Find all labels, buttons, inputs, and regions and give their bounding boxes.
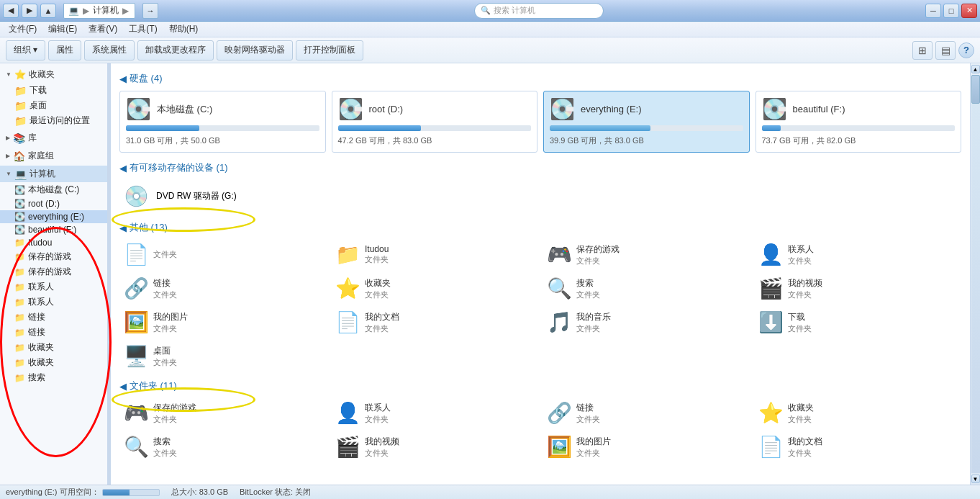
other-my-videos[interactable]: 🎬 我的视频 文件夹 bbox=[754, 274, 961, 303]
folder-search[interactable]: 🔍 搜索 文件夹 bbox=[119, 432, 327, 462]
help-button[interactable]: ? bbox=[958, 42, 974, 58]
other-blank[interactable]: 📄 文件夹 bbox=[119, 240, 327, 269]
favorites-name: 收藏夹 bbox=[365, 277, 391, 289]
properties-button[interactable]: 属性 bbox=[48, 40, 81, 60]
scroll-down-btn[interactable]: ▼ bbox=[971, 475, 980, 483]
sidebar-item-links1[interactable]: 📁 链接 bbox=[0, 310, 107, 325]
organize-button[interactable]: 组织 ▾ bbox=[6, 40, 45, 60]
sidebar-item-download[interactable]: 📁 下载 bbox=[0, 83, 107, 98]
sidebar-item-search[interactable]: 📁 搜索 bbox=[0, 370, 107, 385]
download-label: 下载 bbox=[30, 84, 47, 96]
ffavorites-type: 文件夹 bbox=[788, 414, 814, 425]
scroll-thumb[interactable] bbox=[971, 75, 980, 104]
search-box[interactable]: 🔍 搜索 计算机 bbox=[474, 3, 604, 19]
menu-file[interactable]: 文件(F) bbox=[3, 22, 42, 37]
folder-saved-games[interactable]: 🎮 保存的游戏 文件夹 bbox=[119, 398, 327, 428]
other-my-documents[interactable]: 📄 我的文档 文件夹 bbox=[331, 307, 538, 337]
sidebar-group-favorites[interactable]: ▼ ⭐ 收藏夹 bbox=[0, 66, 107, 83]
saved-games1-icon: 📁 bbox=[14, 252, 25, 262]
removable-header[interactable]: ◀ 有可移动存储的设备 (1) bbox=[119, 161, 961, 174]
folder-section-header[interactable]: ◀ 文件夹 (11) bbox=[119, 379, 961, 392]
contacts-info: 联系人 文件夹 bbox=[788, 243, 814, 266]
disk-e-name: everything (E:) bbox=[581, 104, 642, 114]
favorites-type: 文件夹 bbox=[365, 289, 391, 300]
scroll-up-btn[interactable]: ▲ bbox=[971, 65, 980, 73]
sidebar-item-links2[interactable]: 📁 链接 bbox=[0, 325, 107, 340]
folder-contacts[interactable]: 👤 联系人 文件夹 bbox=[331, 398, 538, 428]
sidebar-item-e[interactable]: 💽 everything (E:) bbox=[0, 210, 107, 223]
links1-label: 链接 bbox=[28, 311, 45, 323]
folder-favorites[interactable]: ⭐ 收藏夹 文件夹 bbox=[754, 398, 961, 428]
sidebar-item-itudou[interactable]: 📁 Itudou bbox=[0, 236, 107, 249]
dvd-section: 💿 DVD RW 驱动器 (G:) bbox=[119, 180, 961, 212]
view-btn-2[interactable]: ▤ bbox=[935, 41, 956, 60]
up-button[interactable]: ▲ bbox=[40, 4, 56, 18]
sidebar-item-c[interactable]: 💽 本地磁盘 (C:) bbox=[0, 182, 107, 197]
disk-f[interactable]: 💽 beautiful (F:) 73.7 GB 可用，共 82.0 GB bbox=[756, 91, 962, 153]
other-my-music[interactable]: 🎵 我的音乐 文件夹 bbox=[543, 307, 750, 337]
back-button[interactable]: ◀ bbox=[3, 4, 19, 18]
other-saved-games[interactable]: 🎮 保存的游戏 文件夹 bbox=[543, 240, 750, 269]
control-panel-button[interactable]: 打开控制面板 bbox=[296, 40, 363, 60]
sidebar-item-saved-games1[interactable]: 📁 保存的游戏 bbox=[0, 249, 107, 264]
status-bitlocker-label: BitLocker 状态: 关闭 bbox=[240, 487, 311, 498]
favorites-label: 收藏夹 bbox=[29, 68, 55, 81]
hard-disk-header[interactable]: ◀ 硬盘 (4) bbox=[119, 72, 961, 85]
fmy-videos-type: 文件夹 bbox=[365, 448, 399, 459]
maximize-button[interactable]: □ bbox=[943, 4, 959, 18]
folder-my-pictures[interactable]: 🖼️ 我的图片 文件夹 bbox=[543, 432, 750, 462]
other-my-pictures[interactable]: 🖼️ 我的图片 文件夹 bbox=[119, 307, 327, 337]
sidebar-item-favorites1[interactable]: 📁 收藏夹 bbox=[0, 340, 107, 355]
other-desktop[interactable]: 🖥️ 桌面 文件夹 bbox=[119, 341, 327, 371]
sidebar-group-computer[interactable]: ▼ 💻 计算机 bbox=[0, 166, 107, 182]
folder-links[interactable]: 🔗 链接 文件夹 bbox=[543, 398, 750, 428]
other-links[interactable]: 🔗 链接 文件夹 bbox=[119, 274, 327, 303]
disk-c[interactable]: 💽 本地磁盘 (C:) 31.0 GB 可用，共 50.0 GB bbox=[119, 91, 326, 153]
desktop-info: 桌面 文件夹 bbox=[153, 345, 177, 368]
other-search[interactable]: 🔍 搜索 文件夹 bbox=[543, 274, 750, 303]
sidebar-item-favorites2[interactable]: 📁 收藏夹 bbox=[0, 355, 107, 370]
forward-button[interactable]: ▶ bbox=[22, 4, 37, 18]
right-scrollbar[interactable]: ▲ ▼ bbox=[970, 63, 980, 485]
sidebar-item-saved-games2[interactable]: 📁 保存的游戏 bbox=[0, 264, 107, 279]
fsearch-info: 搜索 文件夹 bbox=[153, 436, 177, 459]
other-contacts[interactable]: 👤 联系人 文件夹 bbox=[754, 240, 961, 269]
system-properties-button[interactable]: 系统属性 bbox=[84, 40, 135, 60]
dvd-name: DVD RW 驱动器 (G:) bbox=[156, 190, 237, 202]
go-button[interactable]: → bbox=[142, 3, 158, 19]
other-favorites[interactable]: ⭐ 收藏夹 文件夹 bbox=[331, 274, 538, 303]
uninstall-button[interactable]: 卸载或更改程序 bbox=[137, 40, 214, 60]
disk-e-label: everything (E:) bbox=[28, 212, 84, 222]
my-pictures-info: 我的图片 文件夹 bbox=[153, 311, 188, 334]
sidebar-section-library: ▶ 📚 库 bbox=[0, 130, 107, 146]
folder-my-documents[interactable]: 📄 我的文档 文件夹 bbox=[754, 432, 961, 462]
ffavorites-icon: ⭐ bbox=[758, 401, 784, 425]
sidebar-item-recent[interactable]: 📁 最近访问的位置 bbox=[0, 113, 107, 128]
menu-tools[interactable]: 工具(T) bbox=[123, 22, 163, 37]
disk-e[interactable]: 💽 everything (E:) 39.9 GB 可用，共 83.0 GB bbox=[543, 91, 750, 153]
my-videos-type: 文件夹 bbox=[788, 289, 822, 300]
sidebar-item-d[interactable]: 💽 root (D:) bbox=[0, 197, 107, 210]
map-drive-button[interactable]: 映射网络驱动器 bbox=[217, 40, 293, 60]
sidebar-item-desktop[interactable]: 📁 桌面 bbox=[0, 98, 107, 113]
folder-my-videos[interactable]: 🎬 我的视频 文件夹 bbox=[331, 432, 538, 462]
disk-f-name: beautiful (F:) bbox=[793, 104, 845, 114]
menu-help[interactable]: 帮助(H) bbox=[163, 22, 204, 37]
disk-d[interactable]: 💽 root (D:) 47.2 GB 可用，共 83.0 GB bbox=[332, 91, 538, 153]
sidebar-item-contacts2[interactable]: 📁 联系人 bbox=[0, 295, 107, 310]
sidebar-item-f[interactable]: 💽 beautiful (F:) bbox=[0, 223, 107, 236]
sidebar-item-contacts1[interactable]: 📁 联系人 bbox=[0, 279, 107, 295]
menu-view[interactable]: 查看(V) bbox=[83, 22, 123, 37]
other-downloads[interactable]: ⬇️ 下载 文件夹 bbox=[754, 307, 961, 337]
sidebar-group-homegroup[interactable]: ▶ 🏠 家庭组 bbox=[0, 148, 107, 164]
fmy-pictures-type: 文件夹 bbox=[576, 448, 611, 459]
minimize-button[interactable]: ─ bbox=[925, 4, 941, 18]
dvd-item[interactable]: 💿 DVD RW 驱动器 (G:) bbox=[119, 180, 961, 212]
view-btn-1[interactable]: ⊞ bbox=[912, 41, 933, 60]
sidebar-group-library[interactable]: ▶ 📚 库 bbox=[0, 130, 107, 146]
close-button[interactable]: ✕ bbox=[961, 4, 977, 18]
other-itudou[interactable]: 📁 Itudou 文件夹 bbox=[331, 240, 538, 269]
address-bar[interactable]: 💻 ▶ 计算机 ▶ bbox=[63, 3, 135, 19]
other-header[interactable]: ◀ 其他 (13) bbox=[119, 221, 961, 234]
menu-edit[interactable]: 编辑(E) bbox=[42, 22, 83, 37]
